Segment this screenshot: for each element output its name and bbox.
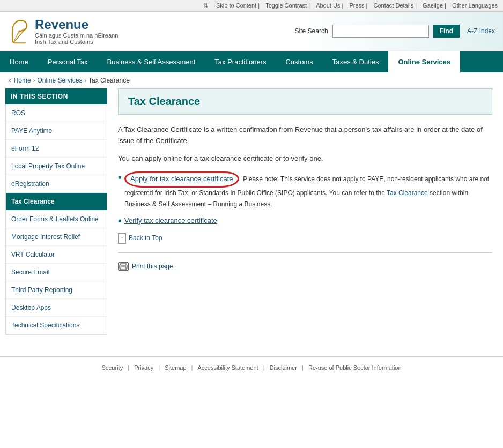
logo-text: Revenue Cáin agus Custaim na hÉireann Ir… <box>35 17 118 45</box>
apply-link-content: Apply for tax clearance certificate Plea… <box>124 171 492 210</box>
nav-home[interactable]: Home <box>0 51 38 72</box>
about-us-link[interactable]: About Us <box>316 2 340 9</box>
nav-customs[interactable]: Customs <box>276 51 322 72</box>
page-title-box: Tax Clearance <box>118 88 492 115</box>
breadcrumb-home[interactable]: Home <box>14 77 31 84</box>
sidebar-item-mortgage-interest[interactable]: Mortgage Interest Relief <box>6 228 107 246</box>
nav-personal-tax[interactable]: Personal Tax <box>38 51 98 72</box>
sidebar-item-order-forms[interactable]: Order Forms & Leaflets Online <box>6 211 107 228</box>
footer-accessibility-link[interactable]: Accessibility Statement <box>198 364 258 371</box>
breadcrumb-online-services[interactable]: Online Services <box>37 77 82 84</box>
sidebar-item-vrt-calculator[interactable]: VRT Calculator <box>6 246 107 264</box>
breadcrumb-arrow-icon: » <box>8 77 12 84</box>
other-languages-link[interactable]: Other Languages <box>452 2 498 9</box>
main-layout: IN THIS SECTION ROS PAYE Anytime eForm 1… <box>0 88 503 346</box>
site-footer: Security | Privacy | Sitemap | Accessibi… <box>0 356 503 378</box>
tax-clearance-inline-link[interactable]: Tax Clearance <box>387 189 428 197</box>
sidebar-item-eform12[interactable]: eForm 12 <box>6 140 107 158</box>
svg-rect-8 <box>121 263 126 265</box>
search-label: Site Search <box>295 27 328 35</box>
nav-tax-practitioners[interactable]: Tax Practitioners <box>205 51 276 72</box>
footer-sitemap-link[interactable]: Sitemap <box>165 364 186 371</box>
nav-taxes-duties[interactable]: Taxes & Duties <box>323 51 389 72</box>
footer-privacy-link[interactable]: Privacy <box>134 364 153 371</box>
bullet-icon-2: ■ <box>118 216 121 225</box>
contact-details-link[interactable]: Contact Details <box>374 2 414 9</box>
apply-link-section: ■ Apply for tax clearance certificate Pl… <box>118 171 492 226</box>
sidebar-item-local-property-tax[interactable]: Local Property Tax Online <box>6 158 107 175</box>
intro-paragraph-2: You can apply online for a tax clearance… <box>118 153 492 165</box>
svg-rect-7 <box>121 267 126 270</box>
intro-paragraph-1: A Tax Clearance Certificate is a written… <box>118 124 492 147</box>
verify-link-row: ■ Verify tax clearance certificate <box>118 215 492 227</box>
press-link[interactable]: Press <box>349 2 364 9</box>
sidebar-item-eregistration[interactable]: eRegistration <box>6 175 107 193</box>
sidebar-item-technical-specs[interactable]: Technical Specifications <box>6 317 107 334</box>
sidebar-item-third-party[interactable]: Third Party Reporting <box>6 281 107 299</box>
print-page-link[interactable]: Print this page <box>132 262 173 272</box>
logo-area: Revenue Cáin agus Custaim na hÉireann Ir… <box>8 17 118 45</box>
back-to-top-row: ↑ Back to Top <box>118 233 492 244</box>
site-name: Revenue <box>35 17 118 32</box>
circle-annotation: Apply for tax clearance certificate <box>124 171 239 188</box>
sidebar-item-desktop-apps[interactable]: Desktop Apps <box>6 299 107 317</box>
utility-bar: ⇅ Skip to Content | Toggle Contrast | Ab… <box>0 0 503 12</box>
az-index-link[interactable]: A-Z Index <box>467 27 495 35</box>
breadcrumb: » Home › Online Services › Tax Clearance <box>0 72 503 88</box>
back-to-top-link[interactable]: Back to Top <box>129 233 162 243</box>
skip-to-content-link[interactable]: Skip to Content <box>216 2 256 9</box>
sidebar: IN THIS SECTION ROS PAYE Anytime eForm 1… <box>5 88 113 335</box>
sidebar-item-secure-email[interactable]: Secure Email <box>6 264 107 281</box>
page-title: Tax Clearance <box>128 95 482 108</box>
breadcrumb-separator1: › <box>33 77 35 84</box>
print-icon <box>118 262 129 271</box>
print-row: Print this page <box>118 262 492 272</box>
gaeilge-link[interactable]: Gaeilge <box>423 2 443 9</box>
sidebar-item-tax-clearance[interactable]: Tax Clearance <box>6 193 107 211</box>
site-header: Revenue Cáin agus Custaim na hÉireann Ir… <box>0 12 503 51</box>
nav-online-services[interactable]: Online Services <box>388 51 460 72</box>
footer-reuse-link[interactable]: Re-use of Public Sector Information <box>308 364 402 371</box>
breadcrumb-current: Tax Clearance <box>88 77 130 84</box>
footer-disclaimer-link[interactable]: Disclaimer <box>270 364 297 371</box>
verify-tax-clearance-link[interactable]: Verify tax clearance certificate <box>124 215 217 227</box>
bullet-icon: ■ <box>118 173 121 182</box>
sidebar-section-title: IN THIS SECTION <box>5 88 107 104</box>
content-divider <box>118 252 492 253</box>
apply-link-row: ■ Apply for tax clearance certificate Pl… <box>118 171 492 210</box>
breadcrumb-separator2: › <box>84 77 86 84</box>
logo-subtitle1: Cáin agus Custaim na hÉireann <box>35 32 118 39</box>
apply-tax-clearance-link[interactable]: Apply for tax clearance certificate <box>130 175 233 183</box>
sidebar-menu: ROS PAYE Anytime eForm 12 Local Property… <box>5 104 107 335</box>
up-arrow-icon: ↑ <box>118 233 126 244</box>
main-nav: Home Personal Tax Business & Self Assess… <box>0 51 503 72</box>
search-input[interactable] <box>332 25 429 38</box>
search-area: Site Search Find A-Z Index <box>295 25 495 38</box>
footer-security-link[interactable]: Security <box>101 364 123 371</box>
sidebar-item-paye-anytime[interactable]: PAYE Anytime <box>6 122 107 140</box>
sidebar-item-ros[interactable]: ROS <box>6 104 107 122</box>
content-body: A Tax Clearance Certificate is a written… <box>118 124 492 272</box>
nav-business-self-assessment[interactable]: Business & Self Assessment <box>98 51 205 72</box>
content-area: Tax Clearance A Tax Clearance Certificat… <box>113 88 498 335</box>
svg-point-9 <box>125 266 126 267</box>
find-button[interactable]: Find <box>433 25 460 38</box>
toggle-contrast-link[interactable]: Toggle Contrast <box>265 2 307 9</box>
logo-subtitle2: Irish Tax and Customs <box>35 39 118 45</box>
harp-icon <box>8 18 29 44</box>
